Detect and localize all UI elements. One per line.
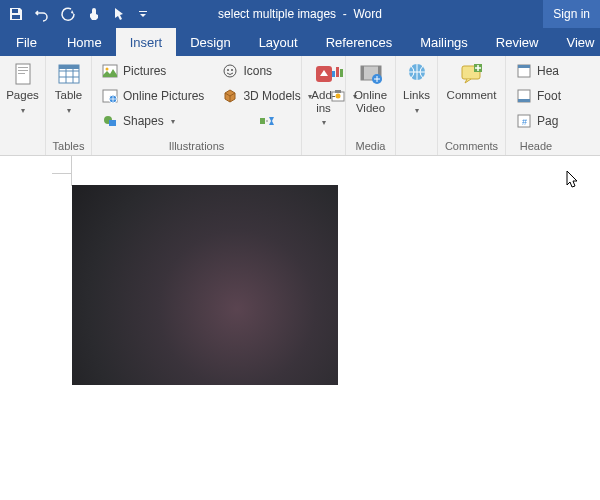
pictures-button[interactable]: Pictures	[98, 60, 208, 82]
footer-icon	[516, 88, 532, 104]
group-label-comments: Comments	[444, 138, 499, 155]
group-label-illustrations: Illustrations	[98, 138, 295, 155]
group-tables: Table ▾ Tables	[46, 56, 92, 155]
app-name: Word	[353, 7, 381, 21]
chevron-down-icon: ▾	[67, 106, 71, 115]
comment-icon	[458, 62, 486, 86]
qat-customize-icon[interactable]	[138, 6, 148, 22]
svg-rect-1	[12, 15, 20, 19]
group-header-footer: Hea Foot # Pag Heade	[506, 56, 566, 155]
icons-icon	[222, 63, 238, 79]
svg-rect-0	[12, 9, 18, 13]
chevron-down-icon: ▾	[415, 106, 419, 115]
chevron-down-icon: ▾	[171, 117, 175, 126]
svg-point-19	[224, 65, 236, 77]
doc-name: select multiple images	[218, 7, 336, 21]
mouse-cursor-icon	[566, 170, 580, 190]
pages-button[interactable]: Pages ▾	[6, 60, 39, 117]
svg-rect-18	[109, 120, 116, 126]
page-number-button[interactable]: # Pag	[512, 110, 560, 132]
online-video-button[interactable]: Online Video	[352, 60, 389, 116]
touch-mode-icon[interactable]	[86, 6, 102, 22]
footer-button[interactable]: Foot	[512, 85, 560, 107]
svg-rect-22	[260, 118, 265, 124]
tab-design[interactable]: Design	[176, 28, 244, 56]
tab-review[interactable]: Review	[482, 28, 553, 56]
svg-rect-4	[18, 67, 28, 68]
links-icon	[403, 62, 431, 86]
svg-point-20	[227, 69, 229, 71]
svg-rect-2	[139, 11, 147, 12]
svg-rect-31	[361, 66, 364, 80]
title-bar: select multiple images - Word Sign in	[0, 0, 600, 28]
online-pictures-button[interactable]: Online Pictures	[98, 85, 208, 107]
ribbon: Pages ▾ Table ▾ Tables Pictures Online P…	[0, 56, 600, 156]
svg-point-21	[231, 69, 233, 71]
group-pages: Pages ▾	[0, 56, 46, 155]
group-label-header-footer: Heade	[512, 138, 560, 155]
addins-button[interactable]: Add- ins ▾	[308, 60, 339, 129]
ribbon-tabs: File Home Insert Design Layout Reference…	[0, 28, 600, 56]
pointer-select-icon[interactable]	[112, 6, 128, 22]
inserted-image[interactable]	[72, 185, 338, 385]
sign-in-button[interactable]: Sign in	[543, 0, 600, 28]
table-button[interactable]: Table ▾	[52, 60, 85, 117]
tab-mailings[interactable]: Mailings	[406, 28, 482, 56]
svg-rect-38	[518, 65, 530, 68]
svg-point-14	[106, 68, 109, 71]
3d-models-icon	[222, 88, 238, 104]
tab-references[interactable]: References	[312, 28, 406, 56]
table-icon	[55, 62, 83, 86]
tab-file[interactable]: File	[0, 28, 53, 56]
svg-rect-6	[18, 73, 25, 74]
document-canvas[interactable]	[0, 156, 600, 500]
undo-icon[interactable]	[34, 6, 50, 22]
pictures-icon	[102, 63, 118, 79]
tab-view[interactable]: View	[552, 28, 600, 56]
online-pictures-icon	[102, 88, 118, 104]
svg-rect-40	[518, 99, 530, 102]
header-icon	[516, 63, 532, 79]
shapes-icon	[102, 113, 118, 129]
page-number-icon: #	[516, 113, 532, 129]
header-button[interactable]: Hea	[512, 60, 560, 82]
group-illustrations: Pictures Online Pictures Shapes ▾ Icons	[92, 56, 302, 155]
shapes-button[interactable]: Shapes ▾	[98, 110, 208, 132]
group-label-tables: Tables	[52, 138, 85, 155]
group-addins: Add- ins ▾	[302, 56, 346, 155]
tab-layout[interactable]: Layout	[245, 28, 312, 56]
group-media: Online Video Media	[346, 56, 396, 155]
links-button[interactable]: Links ▾	[402, 60, 431, 117]
group-label-media: Media	[352, 138, 389, 155]
chevron-down-icon: ▾	[322, 118, 326, 127]
save-icon[interactable]	[8, 6, 24, 22]
svg-rect-5	[18, 70, 28, 71]
tab-insert[interactable]: Insert	[116, 28, 177, 56]
smartart-icon	[259, 113, 275, 129]
svg-rect-12	[59, 65, 79, 69]
tab-home[interactable]: Home	[53, 28, 116, 56]
group-comments: Comment Comments	[438, 56, 506, 155]
chevron-down-icon: ▾	[21, 106, 25, 115]
online-video-icon	[357, 62, 385, 86]
group-links: Links ▾	[396, 56, 438, 155]
redo-icon[interactable]	[60, 6, 76, 22]
pages-icon	[9, 62, 37, 86]
page-margin-guide	[52, 173, 72, 174]
comment-button[interactable]: Comment	[444, 60, 499, 104]
page-margin-guide	[71, 156, 72, 186]
addins-icon	[310, 62, 338, 86]
svg-text:#: #	[522, 117, 527, 127]
quick-access-toolbar	[0, 6, 148, 22]
